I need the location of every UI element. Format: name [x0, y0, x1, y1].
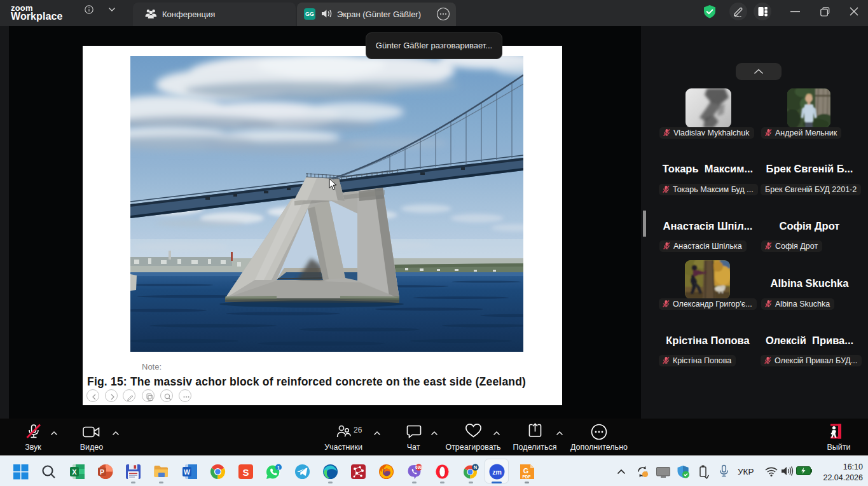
svg-text:N: N	[474, 464, 477, 470]
svg-text:S: S	[242, 467, 249, 478]
svg-text:1: 1	[277, 465, 280, 471]
svg-text:W: W	[184, 468, 190, 476]
svg-text:P: P	[100, 468, 104, 476]
svg-text:699: 699	[415, 465, 422, 469]
svg-text:PDF: PDF	[523, 475, 531, 479]
svg-text:X: X	[72, 468, 77, 476]
svg-text:G: G	[523, 467, 529, 475]
svg-text:zm: zm	[492, 468, 502, 476]
